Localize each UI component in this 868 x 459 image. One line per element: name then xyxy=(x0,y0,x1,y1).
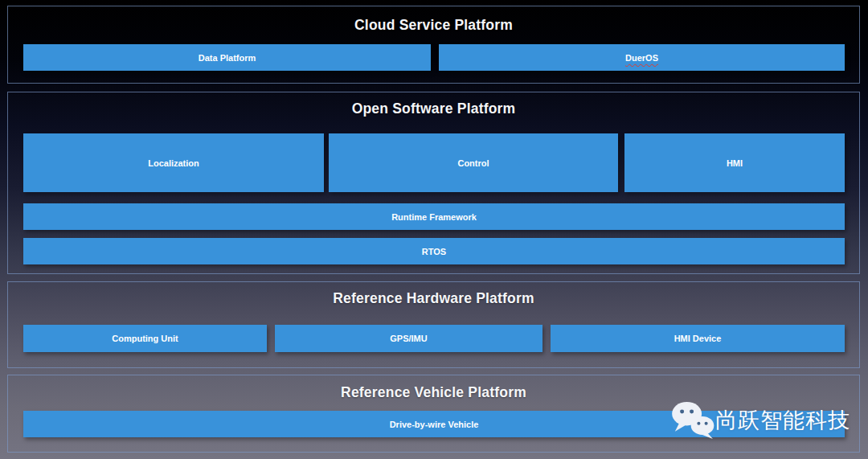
block-computing-unit: Computing Unit xyxy=(23,325,267,352)
block-control: Control xyxy=(329,133,618,192)
block-hmi: HMI xyxy=(624,133,845,192)
block-runtime-framework: Runtime Framework xyxy=(23,203,845,230)
block-localization: Localization xyxy=(23,133,324,192)
watermark-text: 尚跃智能科技 xyxy=(715,401,850,440)
section-title-cloud-service-platform: Cloud Service Platform xyxy=(8,17,859,34)
block-label: RTOS xyxy=(422,247,446,256)
block-label: HMI Device xyxy=(674,334,722,343)
apollo-architecture-diagram: Cloud Service Platform Data Platform Due… xyxy=(0,0,868,459)
block-rtos: RTOS xyxy=(23,238,845,264)
section-open-software-platform: Open Software Platform Localization Cont… xyxy=(7,92,860,274)
section-title-reference-hardware-platform: Reference Hardware Platform xyxy=(8,290,859,307)
block-label: Runtime Framework xyxy=(391,212,477,222)
section-reference-hardware-platform: Reference Hardware Platform Computing Un… xyxy=(7,281,860,368)
block-gps-imu: GPS/IMU xyxy=(275,325,542,352)
block-label: Control xyxy=(457,158,489,168)
section-cloud-service-platform: Cloud Service Platform Data Platform Due… xyxy=(7,6,860,84)
block-label: GPS/IMU xyxy=(390,334,427,343)
block-hmi-device: HMI Device xyxy=(551,325,845,352)
wechat-icon xyxy=(670,401,715,440)
block-label: Data Platform xyxy=(199,53,256,63)
block-label: Drive-by-wire Vehicle xyxy=(390,420,479,429)
block-dueros: DuerOS xyxy=(439,44,845,71)
section-title-reference-vehicle-platform: Reference Vehicle Platform xyxy=(8,384,859,401)
block-data-platform: Data Platform xyxy=(23,44,431,71)
block-label: Localization xyxy=(148,158,199,168)
watermark: 尚跃智能科技 xyxy=(670,401,850,440)
block-label: Computing Unit xyxy=(112,334,178,343)
block-label: HMI xyxy=(727,158,743,168)
section-title-open-software-platform: Open Software Platform xyxy=(8,100,859,117)
block-label-spellcheck-underline: DuerOS xyxy=(625,53,658,63)
